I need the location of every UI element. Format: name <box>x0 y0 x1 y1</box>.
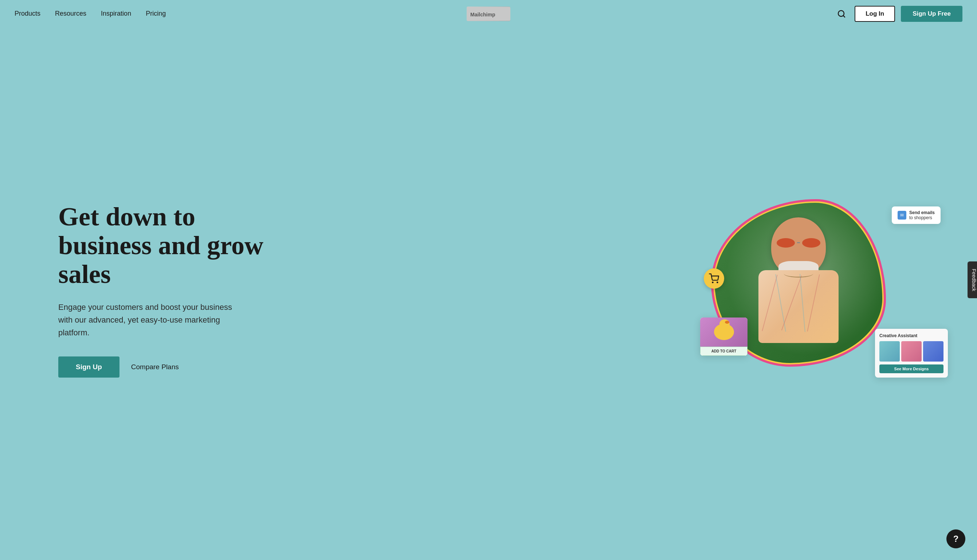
creative-thumb-1 <box>879 341 900 362</box>
nav-left: Products Resources Inspiration Pricing <box>15 10 166 17</box>
cart-product-image <box>700 318 748 347</box>
hero-illustration: ✉ Send emails to shoppers <box>707 195 933 385</box>
compare-plans-link[interactable]: Compare Plans <box>131 363 179 371</box>
svg-point-4 <box>717 282 718 283</box>
nav-products[interactable]: Products <box>15 10 40 17</box>
logo[interactable]: Mailchimp <box>467 7 510 21</box>
creative-assistant-title: Creative Assistant <box>879 333 944 338</box>
nav-pricing[interactable]: Pricing <box>146 10 166 17</box>
feedback-tab[interactable]: Feedback <box>967 262 977 298</box>
creative-thumb-2 <box>901 341 922 362</box>
svg-point-3 <box>712 282 713 283</box>
cart-icon <box>704 268 724 289</box>
nav-resources[interactable]: Resources <box>55 10 86 17</box>
nav-inspiration[interactable]: Inspiration <box>101 10 131 17</box>
hero-section: Get down to business and grow sales Enga… <box>0 27 977 560</box>
navbar: Products Resources Inspiration Pricing M… <box>0 0 977 27</box>
email-icon: ✉ <box>898 211 906 220</box>
email-card-text: Send emails to shoppers <box>909 210 935 220</box>
creative-thumb-3 <box>923 341 944 362</box>
svg-text:Mailchimp: Mailchimp <box>470 12 495 17</box>
hero-signup-button[interactable]: Sign Up <box>58 357 120 378</box>
see-more-designs-button[interactable]: See More Designs <box>879 365 944 373</box>
email-card: ✉ Send emails to shoppers <box>892 207 940 224</box>
hero-buttons: Sign Up Compare Plans <box>58 357 270 378</box>
person-figure <box>740 207 857 359</box>
login-button[interactable]: Log In <box>855 6 895 22</box>
hero-title: Get down to business and grow sales <box>58 202 270 289</box>
cart-card: ADD TO CART <box>700 318 748 356</box>
nav-right: Log In Sign Up Free <box>834 6 962 22</box>
add-to-cart-button[interactable]: ADD TO CART <box>700 347 748 356</box>
search-button[interactable] <box>834 7 849 21</box>
creative-grid <box>879 341 944 362</box>
hero-subtitle: Engage your customers and boost your bus… <box>58 301 233 339</box>
signup-button[interactable]: Sign Up Free <box>901 6 962 22</box>
creative-assistant-card: Creative Assistant See More Designs <box>875 329 948 378</box>
hero-left: Get down to business and grow sales Enga… <box>58 202 270 378</box>
help-button[interactable]: ? <box>946 529 965 548</box>
